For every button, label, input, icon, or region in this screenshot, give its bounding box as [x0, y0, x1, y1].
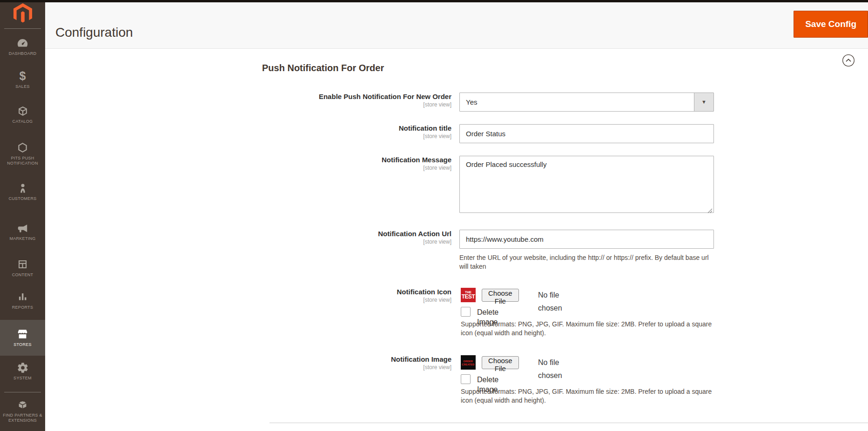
bar-chart-icon	[0, 290, 45, 303]
section-title: Push Notification For Order	[262, 63, 384, 73]
box-icon	[0, 104, 45, 117]
sidebar-item-label: CONTENT	[0, 272, 45, 278]
thumbnail-text: CREATED	[462, 363, 475, 365]
field-label: Notification Message	[225, 156, 451, 164]
field-scope: [store view]	[225, 165, 451, 172]
field-scope: [store view]	[225, 364, 451, 371]
field-note: Supported formats: PNG, JPG, GIF. Maximu…	[461, 320, 721, 338]
sidebar-item-content[interactable]: CONTENT	[0, 254, 45, 278]
sidebar-divider	[4, 28, 41, 29]
megaphone-icon	[0, 221, 45, 234]
dashboard-gauge-icon	[0, 36, 45, 49]
notification-title-input[interactable]	[459, 124, 714, 143]
sidebar-item-stores[interactable]: STORES	[0, 320, 45, 356]
notification-icon-thumbnail: THE TEST	[461, 288, 476, 302]
field-label-block: Notification Image [store view]	[225, 353, 451, 371]
sidebar-item-dashboard[interactable]: DASHBOARD	[0, 33, 45, 56]
field-label: Enable Push Notification For New Order	[225, 93, 451, 101]
sidebar-item-customers[interactable]: CUSTOMERS	[0, 178, 45, 201]
field-note: Supported formats: PNG, JPG, GIF. Maximu…	[461, 387, 721, 405]
sidebar-item-label: SALES	[0, 84, 45, 89]
sidebar-divider	[4, 392, 41, 392]
select-value: Yes	[466, 93, 477, 111]
person-icon	[0, 181, 45, 194]
field-scope: [store view]	[225, 239, 451, 245]
field-scope: [store view]	[225, 101, 451, 108]
enable-push-select[interactable]: Yes ▼	[459, 93, 714, 112]
section-divider	[269, 423, 868, 423]
page-title: Configuration	[55, 25, 133, 40]
storefront-icon	[0, 327, 45, 340]
field-scope: [store view]	[225, 133, 451, 140]
field-label: Notification Action Url	[225, 230, 451, 238]
hexagon-icon	[0, 141, 45, 154]
field-label: Notification Image	[225, 355, 451, 364]
sidebar-item-pits-push-notification[interactable]: PITS PUSH NOTIFICATION	[0, 137, 45, 166]
chevron-up-icon	[842, 61, 855, 68]
magento-admin-configuration-page: DASHBOARD $ SALES CATALOG PITS PUSH NOTI…	[0, 0, 868, 431]
field-label-block: Enable Push Notification For New Order […	[225, 91, 451, 108]
field-label-block: Notification Message [store view]	[225, 154, 451, 172]
sidebar-item-marketing[interactable]: MARKETING	[0, 218, 45, 241]
sidebar-item-system[interactable]: SYSTEM	[0, 357, 45, 381]
notification-message-textarea[interactable]: Order Placed successfully	[459, 156, 714, 213]
sidebar-item-catalog[interactable]: CATALOG	[0, 100, 45, 124]
sidebar-item-label: MARKETING	[0, 236, 45, 241]
save-config-button[interactable]: Save Config	[794, 11, 868, 38]
choose-file-button[interactable]: Choose File	[482, 356, 519, 369]
sidebar-item-label: REPORTS	[0, 305, 45, 310]
sidebar-item-sales[interactable]: $ SALES	[0, 66, 45, 89]
field-scope: [store view]	[225, 297, 451, 304]
delete-image-checkbox[interactable]	[461, 307, 471, 317]
dollar-icon: $	[0, 69, 45, 82]
notification-action-url-input[interactable]	[459, 230, 714, 249]
field-label-block: Notification title [store view]	[225, 122, 451, 140]
choose-file-button[interactable]: Choose File	[482, 289, 519, 302]
delete-image-checkbox[interactable]	[461, 374, 471, 384]
sidebar-item-find-partners[interactable]: FIND PARTNERS & EXTENSIONS	[0, 394, 45, 423]
magento-logo[interactable]	[0, 3, 45, 25]
sidebar-item-label: PITS PUSH NOTIFICATION	[0, 156, 45, 166]
sidebar-item-reports[interactable]: REPORTS	[0, 286, 45, 310]
sidebar-item-label: CUSTOMERS	[0, 196, 45, 201]
field-label: Notification title	[225, 124, 451, 133]
field-label: Notification Icon	[225, 288, 451, 296]
admin-sidebar: DASHBOARD $ SALES CATALOG PITS PUSH NOTI…	[0, 0, 45, 431]
layout-icon	[0, 258, 45, 271]
file-status-text: No file chosen	[538, 356, 562, 382]
sidebar-item-label: FIND PARTNERS & EXTENSIONS	[0, 413, 45, 423]
collapse-section-button[interactable]	[842, 54, 855, 67]
field-label-block: Notification Action Url [store view]	[225, 228, 451, 245]
sidebar-item-label: CATALOG	[0, 119, 45, 124]
file-status-text: No file chosen	[538, 289, 562, 315]
top-bar	[0, 0, 868, 2]
field-label-block: Notification Icon [store view]	[225, 286, 451, 304]
thumbnail-text: TEST	[462, 294, 475, 299]
gear-icon	[0, 361, 45, 374]
page-header: Configuration Save Config	[45, 2, 868, 49]
field-note: Enter the URL of your website, including…	[459, 253, 713, 271]
sidebar-item-label: DASHBOARD	[0, 51, 45, 56]
chevron-down-icon[interactable]: ▼	[694, 93, 713, 111]
notification-image-thumbnail: ORDER CREATED	[461, 355, 476, 370]
sidebar-item-label: SYSTEM	[0, 376, 45, 381]
thumbnail-text: ORDER	[464, 359, 473, 362]
sidebar-item-label: STORES	[0, 342, 45, 347]
brick-icon	[0, 398, 45, 411]
